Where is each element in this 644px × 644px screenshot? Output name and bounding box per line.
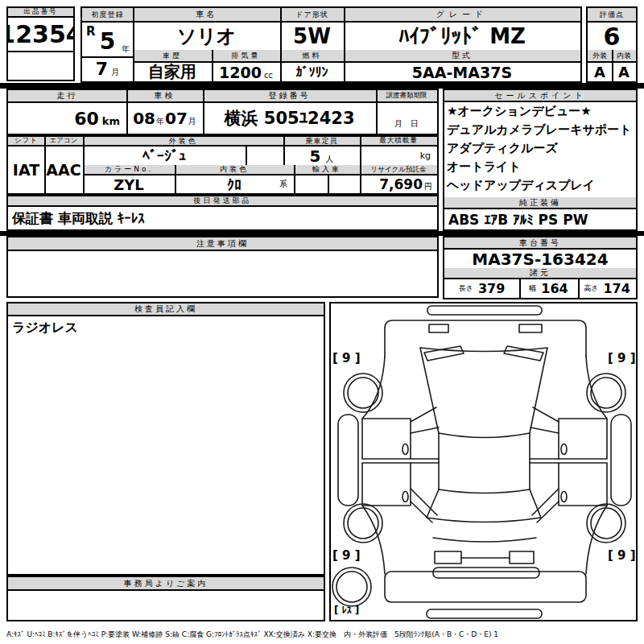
equipment-value: ABS ｴｱB ｱﾙﾐ PS PW — [444, 209, 636, 229]
displacement-value: 1200 — [219, 64, 262, 81]
auction-sheet: 出品番号 12354 初度登録 車名 ドア形状 グレード R 5 年 7 月 ソ… — [0, 0, 644, 644]
divider-line — [294, 165, 295, 193]
capacity-value: 5 — [310, 147, 321, 165]
width-label: 幅 — [529, 283, 536, 294]
vehicle-header-box: 初度登録 車名 ドア形状 グレード R 5 年 7 月 ソリオ 5W ﾊｲﾌﾞﾘ… — [80, 6, 582, 83]
interior-color-cell: ｸﾛ 系 — [175, 175, 294, 193]
divider-line — [44, 137, 46, 193]
first-registration-year: 5 — [100, 28, 115, 55]
inspection-month: 07 — [165, 109, 188, 128]
divider-line — [280, 8, 282, 81]
aircon-header: エアコン — [44, 137, 83, 147]
later-parts-value: 保証書 車両取説 ｷｰﾚｽ — [8, 207, 437, 229]
interior-grade-value: A — [612, 63, 636, 81]
car-history-header: 車歴 — [133, 50, 212, 63]
max-load-header: 最大積載量 — [360, 137, 437, 147]
office-notice-value — [8, 591, 324, 620]
first-registration-month-cell: 7 月 — [82, 56, 133, 81]
divider-line — [83, 137, 85, 193]
exterior-color-value: ﾍﾞｰｼﾞｭ — [83, 147, 246, 165]
divider-line — [246, 147, 247, 165]
length-cell: 長さ 379 — [444, 279, 519, 298]
sales-point-item: オートライト — [444, 158, 636, 176]
divider-line — [578, 279, 580, 298]
divider-line — [8, 51, 73, 52]
import-header: 輸入車 — [294, 165, 360, 175]
divider-line — [203, 90, 204, 134]
chassis-box: 車台番号 MA37S-163424 諸元 長さ 379 幅 164 高さ 174 — [443, 236, 638, 299]
sales-point-item: デュアルカメラブレーキサポート — [444, 121, 636, 139]
inspection-header: 車検 — [126, 90, 203, 103]
car-diagram-box: [ 9 ] [ 9 ] [ 9 ] [ 9 ] [ ﾚｽ ] — [329, 302, 638, 621]
first-registration-year-cell: R 5 年 — [82, 23, 133, 56]
lot-number-value: 12354 — [8, 18, 73, 51]
door-shape-header: ドア形状 — [280, 8, 344, 23]
inspector-header: 検査員記入欄 — [8, 303, 324, 316]
first-registration-month: 7 — [96, 59, 108, 79]
height-cell: 高さ 174 — [578, 279, 636, 298]
divider-line — [344, 8, 345, 81]
spare-tire-marker: [ ﾚｽ ] — [334, 605, 359, 616]
recycle-fee-cell: 7,690 円 — [360, 175, 437, 193]
displacement-unit: cc — [264, 71, 273, 80]
transfer-deadline-header: 譲渡書類期限 — [376, 90, 437, 103]
divider-line — [360, 137, 361, 193]
recycle-fee-value: 7,690 — [379, 176, 423, 192]
sales-points-header: セールスポイント — [444, 90, 636, 102]
mileage-value: 60 — [74, 109, 99, 129]
exterior-color-header: 外装色 — [83, 137, 283, 147]
notes-value — [8, 251, 437, 296]
sales-points-box: セールスポイント ★オークションデビュー★ デュアルカメラブレーキサポート アダ… — [443, 89, 638, 231]
dimensions-header: 諸元 — [444, 268, 636, 279]
sales-point-item: ★オークションデビュー★ — [444, 102, 636, 121]
model-code-header: 型式 — [344, 50, 580, 63]
mileage-unit: km — [102, 115, 120, 127]
damage-marker-rear-right: [ 9 ] — [608, 548, 636, 563]
recycle-fee-unit: 円 — [424, 181, 432, 192]
shift-header: シフト — [8, 137, 44, 147]
door-shape-value: 5W — [280, 23, 344, 50]
length-value: 379 — [478, 281, 505, 296]
inspection-year-unit: 年 — [156, 116, 164, 127]
notes-header: 注意事項欄 — [8, 237, 437, 251]
car-top-view-diagram — [331, 303, 636, 620]
divider-line — [376, 90, 378, 134]
score-header: 評価点 — [588, 8, 636, 23]
recycle-fee-header: リサイクル預託金 — [360, 165, 437, 175]
divider-line — [126, 90, 128, 134]
score-value: 6 — [588, 23, 636, 50]
registration-number-header: 登録番号 — [203, 90, 376, 103]
score-box: 評価点 6 外装 内装 A A — [586, 6, 638, 83]
divider-line — [612, 50, 613, 81]
capacity-unit: 人 — [325, 154, 333, 165]
color-no-value: ZYL — [83, 175, 175, 193]
car-name-header: 車名 — [133, 8, 280, 23]
divider-line — [133, 8, 134, 81]
inspection-year: 08 — [133, 109, 155, 128]
fuel-header: 燃料 — [280, 50, 344, 63]
car-name-value: ソリオ — [133, 23, 280, 50]
sales-point-item: アダプティクルーズ — [444, 139, 636, 158]
length-label: 長さ — [459, 283, 473, 294]
max-load-unit: kg — [360, 147, 437, 165]
first-registration-header: 初度登録 — [82, 8, 133, 23]
office-notice-header: 事務局よりご案内 — [8, 577, 324, 591]
divider-line — [175, 165, 176, 193]
notes-box: 注意事項欄 — [6, 236, 439, 298]
divider-line — [519, 279, 521, 298]
office-notice-box: 事務局よりご案内 — [6, 576, 325, 621]
month-unit: 月 — [111, 67, 119, 78]
later-parts-header: 後日発送部品 — [8, 196, 437, 207]
sales-point-item: ヘッドアップディスプレイ — [444, 176, 636, 195]
mileage-header: 走行 — [8, 90, 126, 103]
mileage-value-cell: 60 km — [8, 103, 126, 134]
year-unit: 年 — [122, 43, 130, 55]
later-parts-box: 後日発送部品 保証書 車両取説 ｷｰﾚｽ — [6, 195, 439, 231]
exterior-grade-value: A — [588, 63, 612, 81]
section-separator — [0, 83, 644, 89]
grade-header: グレード — [344, 8, 580, 23]
lot-number-header: 出品番号 — [8, 8, 73, 18]
color-detail-box: シフト エアコン 外装色 乗車定員 最大積載量 IAT AAC ﾍﾞｰｼﾞｭ 5… — [6, 135, 439, 195]
era-code: R — [86, 24, 96, 39]
lot-number-box: 出品番号 12354 — [6, 6, 75, 81]
